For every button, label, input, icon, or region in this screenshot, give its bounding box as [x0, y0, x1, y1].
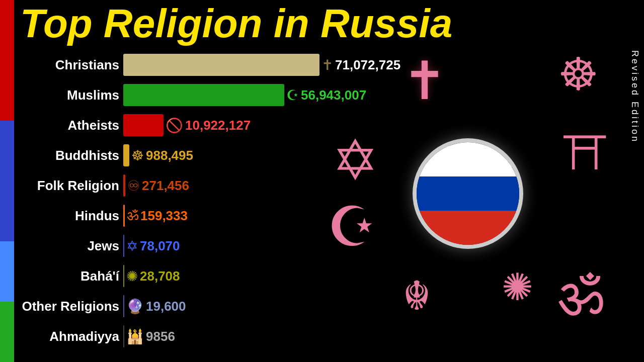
religion-icon: 🔮	[126, 298, 144, 315]
bar-seg-6	[0, 302, 14, 362]
bar-row: Ahmadiyya🕌9856	[18, 322, 360, 351]
crescent-symbol: ☪	[327, 195, 377, 259]
bar-seg-2	[0, 60, 14, 121]
bar-row: Jews✡78,070	[18, 231, 360, 260]
bar-seg-1	[0, 0, 14, 60]
bar-track	[123, 295, 124, 317]
bar-row: Christians✝71,072,725	[18, 50, 360, 79]
bar-label: Bahá'í	[18, 268, 123, 284]
bar-label: Other Religions	[18, 299, 123, 314]
bar-track	[123, 84, 284, 106]
religion-icon: ✡	[126, 238, 138, 254]
bar-seg-3	[0, 121, 14, 181]
bar-seg-5	[0, 241, 14, 302]
bar-label: Ahmadiyya	[18, 329, 123, 344]
bahai-symbol: ✺	[502, 265, 533, 309]
bar-fill	[123, 174, 125, 197]
bar-track	[123, 54, 319, 76]
revised-edition-label: Revised Edition	[629, 50, 640, 143]
religion-icon: ✺	[126, 268, 138, 285]
bar-track	[123, 265, 124, 287]
bar-row: Bahá'í✺28,708	[18, 261, 360, 291]
star-of-david-symbol: ✡	[332, 128, 378, 193]
bar-row: Folk Religion♾271,456	[18, 171, 360, 200]
bar-track	[123, 205, 125, 227]
religion-icon: ॐ	[127, 208, 138, 224]
bar-track	[123, 144, 129, 166]
bar-row: Muslims☪56,943,007	[18, 80, 360, 110]
bar-label: Jews	[18, 238, 123, 254]
religion-icon: 🚫	[166, 117, 183, 134]
left-color-bar	[0, 0, 14, 362]
bar-value: 159,333	[140, 208, 188, 224]
bar-fill	[123, 235, 124, 257]
bar-track	[123, 235, 124, 257]
flag-white	[417, 142, 519, 176]
bar-row: Hindusॐ159,333	[18, 201, 360, 230]
bar-row: Buddhists☸988,495	[18, 141, 360, 170]
bar-seg-4	[0, 181, 14, 241]
bar-value: 988,495	[146, 148, 193, 163]
bar-value: 28,708	[140, 268, 180, 284]
torii-symbol: ⛩	[564, 128, 609, 180]
bar-fill	[123, 265, 124, 287]
bar-fill	[123, 144, 129, 166]
bar-fill	[123, 114, 164, 136]
bar-label: Buddhists	[18, 148, 123, 163]
bar-value: 10,922,127	[185, 118, 251, 133]
bar-track	[123, 325, 124, 347]
religion-icon: 🕌	[126, 328, 144, 345]
religion-icon: ☪	[286, 87, 299, 104]
bar-fill	[123, 325, 124, 347]
russia-flag-circle	[413, 138, 523, 249]
dharma-wheel-symbol: ☸	[558, 48, 599, 101]
bar-label: Hindus	[18, 208, 123, 224]
bar-fill	[123, 54, 319, 76]
bar-value: 271,456	[142, 178, 189, 194]
page-title: Top Religion in Russia	[20, 3, 533, 45]
om-symbol: ॐ	[557, 264, 604, 329]
bar-label: Christians	[18, 57, 123, 73]
bar-track	[123, 174, 125, 197]
religion-icon: ☸	[131, 147, 144, 164]
religion-icon: ♾	[127, 177, 140, 194]
chart-area: Christians✝71,072,725Muslims☪56,943,007A…	[18, 50, 360, 352]
khanda-symbol: ☬	[403, 273, 431, 319]
bar-fill	[123, 205, 125, 227]
bar-track	[123, 114, 164, 136]
bar-fill	[123, 84, 284, 106]
flag-blue	[417, 176, 519, 211]
bar-row: Atheists🚫10,922,127	[18, 111, 360, 140]
bar-value: 78,070	[140, 238, 180, 254]
bar-label: Atheists	[18, 118, 123, 133]
bar-label: Muslims	[18, 87, 123, 103]
bar-value: 19,600	[146, 299, 186, 314]
bar-fill	[123, 295, 124, 317]
cross-symbol: ✝	[403, 50, 447, 112]
bar-value: 9856	[146, 329, 175, 344]
bar-row: Other Religions🔮19,600	[18, 292, 360, 321]
right-decoration: ✝ ☸ ✡ ☪ ⛩ ॐ ☬ ✺	[322, 48, 614, 339]
flag-red	[417, 211, 519, 245]
bar-label: Folk Religion	[18, 178, 123, 194]
